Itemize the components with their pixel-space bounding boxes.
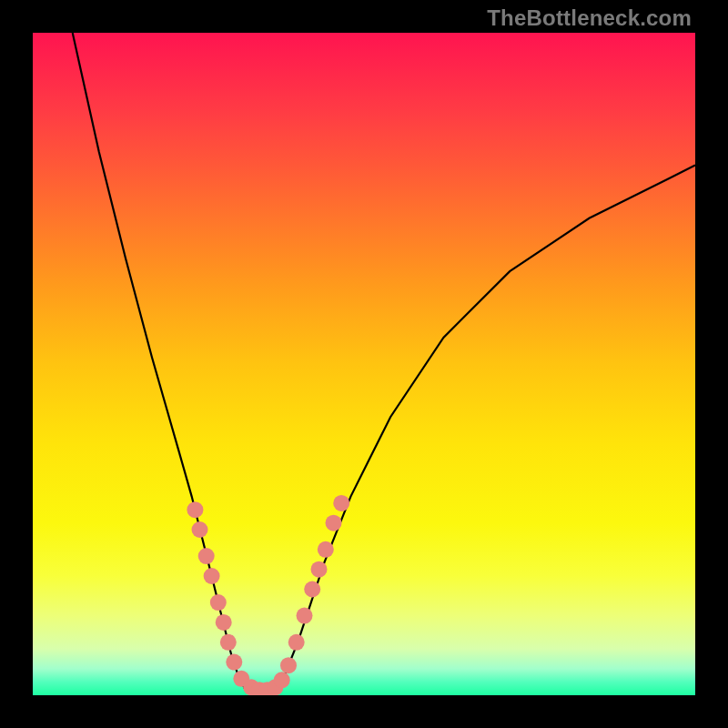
chart-frame: TheBottleneck.com	[0, 0, 728, 728]
marker-dot	[288, 634, 305, 651]
watermark-text: TheBottleneck.com	[487, 5, 692, 31]
marker-dot	[192, 521, 208, 538]
marker-dot	[187, 501, 203, 518]
plot-area	[33, 33, 695, 695]
chart-svg	[33, 33, 695, 695]
marker-group	[187, 495, 349, 695]
marker-dot	[216, 614, 232, 631]
marker-dot	[220, 634, 237, 651]
marker-dot	[226, 654, 242, 671]
marker-dot	[210, 594, 227, 611]
marker-dot	[326, 515, 342, 531]
marker-dot	[204, 568, 220, 584]
marker-dot	[274, 672, 290, 688]
marker-dot	[311, 561, 328, 578]
bottleneck-curve	[73, 33, 695, 693]
marker-dot	[198, 548, 215, 564]
marker-dot	[304, 581, 320, 598]
marker-dot	[297, 608, 313, 624]
marker-dot	[333, 495, 349, 511]
marker-dot	[318, 541, 334, 558]
marker-dot	[280, 657, 297, 673]
